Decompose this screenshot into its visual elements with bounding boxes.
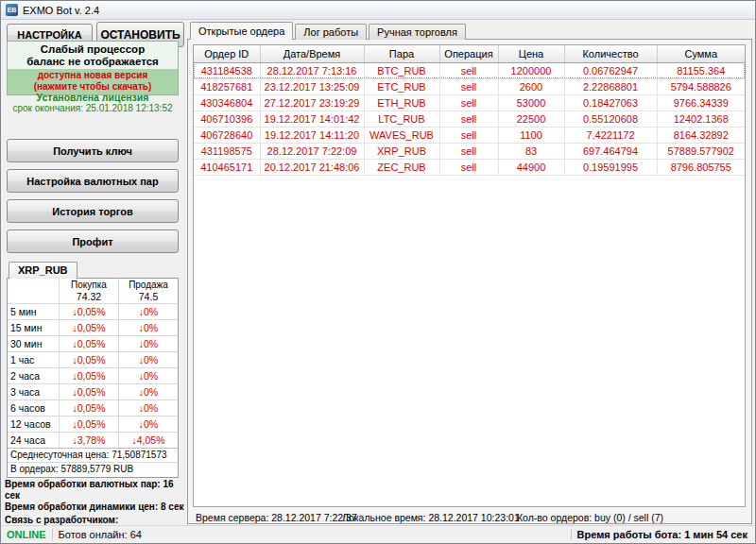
order-cell-operation: sell (439, 62, 498, 78)
pairs-settings-button[interactable]: Настройка валютных пар (7, 169, 179, 193)
license-info: Установлена лицензия срок окончания: 25.… (7, 92, 179, 114)
sell-change-value: ↓0% (118, 304, 178, 319)
period-label: 24 часа (8, 433, 59, 448)
order-cell-pair: BTC_RUB (364, 62, 439, 78)
buy-change-value: ↓0,05% (59, 400, 118, 416)
local-time-label: Локальное время: 28.12.2017 10:23:01 (342, 512, 520, 523)
buy-change-value: ↓0,05% (59, 352, 118, 367)
pair-dynamics-row: 3 часа↓0,05%↓0% (8, 383, 178, 400)
sell-change-value: ↓0% (118, 336, 178, 351)
avg-price-label: Среднесуточная цена: 71,50871573 (8, 449, 178, 462)
period-label: 1 час (8, 352, 59, 367)
period-label: 30 мин (8, 336, 59, 351)
order-cell-datetime: 23.12.2017 13:25:09 (260, 78, 364, 94)
update-line-1: доступна новая версия (8, 70, 178, 81)
orders-table: Ордер IDДата/ВремяПараОперацияЦенаКоличе… (194, 45, 745, 176)
order-cell-quantity: 0.19591995 (564, 159, 657, 175)
pair-tab-xrp-rub[interactable]: XRP_RUB (9, 262, 77, 279)
order-cell-price: 53000 (498, 94, 564, 110)
profit-button[interactable]: Профит (7, 230, 179, 253)
order-cell-datetime: 20.12.2017 21:48:06 (260, 159, 364, 175)
period-column-spacer (8, 279, 59, 291)
column-header-order-id[interactable]: Ордер ID (194, 45, 260, 62)
period-label: 3 часа (8, 384, 59, 400)
title-bar: EB EXMO Bot v. 2.4 (1, 1, 755, 20)
tab-work-log[interactable]: Лог работы (295, 24, 367, 40)
pair-dynamics-row: 6 часов↓0,05%↓0% (8, 400, 178, 416)
trade-history-button[interactable]: История торгов (7, 199, 179, 223)
order-cell-quantity: 0.55120608 (564, 110, 657, 127)
buy-change-value: ↓0,05% (59, 320, 118, 335)
order-cell-order-id: 418257681 (194, 78, 260, 94)
order-row[interactable]: 41046517120.12.2017 21:48:06ZEC_RUBsell4… (194, 159, 745, 175)
order-cell-sum: 8164.32892 (657, 127, 745, 143)
order-cell-sum: 12402.1368 (657, 110, 745, 127)
order-cell-sum: 8796.805755 (657, 159, 745, 175)
order-cell-sum: 9766.34339 (657, 94, 745, 110)
orders-count-label: Кол-во ордеров: buy (0) / sell (7) (517, 512, 663, 523)
sell-column-header: Продажа (118, 279, 178, 291)
column-header-pair[interactable]: Пара (364, 45, 439, 62)
order-row[interactable]: 43118453828.12.2017 7:13:16BTC_RUBsell12… (194, 62, 745, 78)
statusbar-separator (571, 529, 572, 540)
order-cell-order-id: 431184538 (194, 62, 260, 78)
order-row[interactable]: 43119857528.12.2017 7:22:09XRP_RUBsell83… (194, 143, 745, 159)
app-window: EB EXMO Bot v. 2.4 НАСТРОЙКА ОСТАНОВИТЬ … (0, 0, 756, 544)
order-cell-pair: XRP_RUB (364, 143, 439, 159)
order-cell-order-id: 406710396 (194, 110, 260, 127)
order-row[interactable]: 40671039619.12.2017 14:01:42LTC_RUBsell2… (194, 110, 745, 127)
period-column-spacer (8, 291, 59, 303)
uptime-label: Время работы бота: 1 мин 54 сек (577, 529, 747, 540)
buy-column-header: Покупка (59, 279, 118, 291)
buy-change-value: ↓3,78% (59, 433, 118, 448)
license-expiry: срок окончания: 25.01.2018 12:13:52 (7, 103, 179, 114)
order-cell-datetime: 19.12.2017 14:11:20 (260, 127, 364, 143)
sell-change-value: ↓0% (118, 368, 178, 383)
get-key-button[interactable]: Получить ключ (7, 139, 179, 162)
order-cell-datetime: 28.12.2017 7:22:09 (260, 143, 364, 159)
warning-line-2: баланс не отображается (8, 56, 178, 68)
app-icon: EB (6, 4, 18, 16)
buy-change-value: ↓0,05% (59, 384, 118, 400)
pair-current-prices: 74.32 74.5 (8, 291, 178, 303)
buy-change-value: ↓0,05% (59, 416, 118, 432)
order-cell-quantity: 697.464794 (564, 143, 657, 159)
column-header-datetime[interactable]: Дата/Время (260, 45, 364, 62)
order-cell-price: 2600 (498, 78, 564, 94)
server-time-label: Время сервера: 28.12.2017 7:22:37 (196, 512, 357, 523)
update-notice[interactable]: доступна новая версия (нажмите чтобы ска… (8, 69, 178, 94)
tab-open-orders[interactable]: Открытые ордера (190, 22, 293, 40)
tab-manual-trading[interactable]: Ручная торговля (369, 24, 466, 40)
column-header-quantity[interactable]: Количество (564, 45, 657, 62)
current-sell-price: 74.5 (118, 291, 178, 303)
warning-notice: Слабый процессор баланс не отображается … (7, 41, 179, 95)
order-cell-price: 1200000 (498, 62, 564, 78)
period-label: 12 часов (8, 416, 59, 432)
order-cell-price: 83 (498, 143, 564, 159)
order-cell-order-id: 410465171 (194, 159, 260, 175)
orders-header-row: Ордер IDДата/ВремяПараОперацияЦенаКоличе… (194, 45, 745, 62)
status-bar: ONLINE Ботов онлайн: 64 Время работы бот… (1, 525, 755, 543)
order-cell-operation: sell (439, 143, 498, 159)
pair-dynamics-row: 24 часа↓3,78%↓4,05% (8, 432, 178, 448)
sell-change-value: ↓0% (118, 320, 178, 335)
period-label: 2 часа (8, 368, 59, 383)
order-cell-order-id: 406728640 (194, 127, 260, 143)
column-header-price[interactable]: Цена (498, 45, 564, 62)
order-cell-price: 44900 (498, 159, 564, 175)
sell-change-value: ↓0% (118, 352, 178, 367)
order-cell-pair: ZEC_RUB (364, 159, 439, 175)
pair-dynamics-row: 30 мин↓0,05%↓0% (8, 335, 178, 351)
column-header-sum[interactable]: Сумма (657, 45, 745, 62)
pairs-processing-time: Время обработки валютных пар: 16 сек (5, 479, 186, 502)
period-label: 5 мин (8, 304, 59, 319)
order-cell-sum: 57889.577902 (657, 143, 745, 159)
order-row[interactable]: 40672864019.12.2017 14:11:20WAVES_RUBsel… (194, 127, 745, 143)
pair-dynamics-row: 2 часа↓0,05%↓0% (8, 367, 178, 383)
period-label: 6 часов (8, 400, 59, 416)
warning-line-1: Слабый процессор (8, 43, 178, 56)
order-row[interactable]: 41825768123.12.2017 13:25:09ETC_RUBsell2… (194, 78, 745, 94)
column-header-operation[interactable]: Операция (439, 45, 498, 62)
order-cell-quantity: 7.4221172 (564, 127, 657, 143)
order-row[interactable]: 43034680427.12.2017 23:19:29ETH_RUBsell5… (194, 94, 745, 110)
